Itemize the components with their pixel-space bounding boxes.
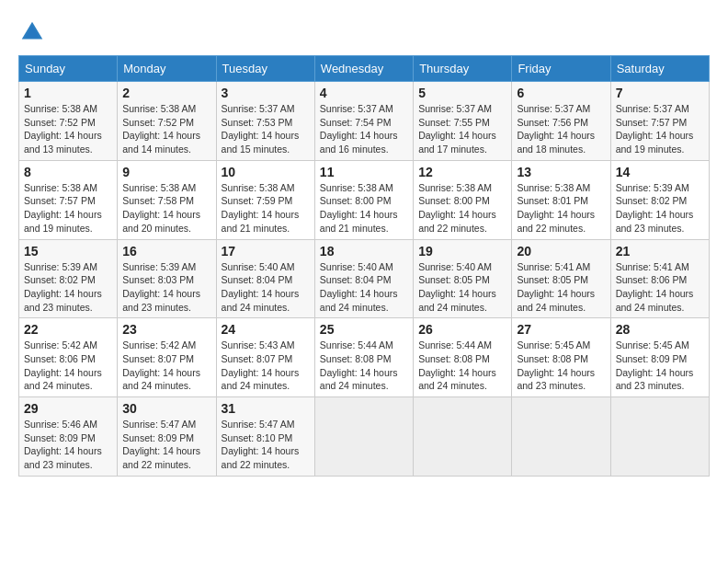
day-number-4: 4 xyxy=(320,86,408,100)
weekday-header-friday: Friday xyxy=(512,56,610,82)
day-info-5: Sunrise: 5:37 AM Sunset: 7:55 PM Dayligh… xyxy=(418,102,506,156)
day-cell-20: 20Sunrise: 5:41 AM Sunset: 8:05 PM Dayli… xyxy=(512,239,610,318)
day-cell-11: 11Sunrise: 5:38 AM Sunset: 8:00 PM Dayli… xyxy=(314,160,413,239)
day-cell-4: 4Sunrise: 5:37 AM Sunset: 7:54 PM Daylig… xyxy=(314,82,413,161)
day-cell-24: 24Sunrise: 5:43 AM Sunset: 8:07 PM Dayli… xyxy=(216,318,314,397)
weekday-header-saturday: Saturday xyxy=(610,56,709,82)
day-info-30: Sunrise: 5:47 AM Sunset: 8:09 PM Dayligh… xyxy=(122,418,210,472)
weekday-header-tuesday: Tuesday xyxy=(216,56,314,82)
day-number-8: 8 xyxy=(24,165,112,179)
page-header xyxy=(18,18,710,46)
day-info-16: Sunrise: 5:39 AM Sunset: 8:03 PM Dayligh… xyxy=(122,260,210,315)
day-info-6: Sunrise: 5:37 AM Sunset: 7:56 PM Dayligh… xyxy=(517,102,605,156)
day-cell-8: 8Sunrise: 5:38 AM Sunset: 7:57 PM Daylig… xyxy=(19,160,118,239)
day-cell-5: 5Sunrise: 5:37 AM Sunset: 7:55 PM Daylig… xyxy=(414,82,512,161)
day-number-27: 27 xyxy=(517,322,605,337)
week-row-5: 29Sunrise: 5:46 AM Sunset: 8:09 PM Dayli… xyxy=(19,397,710,477)
day-info-9: Sunrise: 5:38 AM Sunset: 7:58 PM Dayligh… xyxy=(122,181,210,236)
day-number-19: 19 xyxy=(418,244,506,259)
day-number-29: 29 xyxy=(24,401,112,416)
day-info-2: Sunrise: 5:38 AM Sunset: 7:52 PM Dayligh… xyxy=(122,102,210,156)
day-info-25: Sunrise: 5:44 AM Sunset: 8:08 PM Dayligh… xyxy=(320,339,408,393)
weekday-header-wednesday: Wednesday xyxy=(314,56,413,82)
day-number-16: 16 xyxy=(122,244,210,259)
day-cell-18: 18Sunrise: 5:40 AM Sunset: 8:04 PM Dayli… xyxy=(314,239,413,318)
day-info-1: Sunrise: 5:38 AM Sunset: 7:52 PM Dayligh… xyxy=(24,102,112,156)
day-cell-26: 26Sunrise: 5:44 AM Sunset: 8:08 PM Dayli… xyxy=(414,318,512,397)
day-number-18: 18 xyxy=(320,244,408,259)
day-cell-16: 16Sunrise: 5:39 AM Sunset: 8:03 PM Dayli… xyxy=(118,239,216,318)
day-number-11: 11 xyxy=(320,165,408,179)
calendar: SundayMondayTuesdayWednesdayThursdayFrid… xyxy=(18,55,710,477)
day-number-26: 26 xyxy=(418,322,506,337)
day-info-21: Sunrise: 5:41 AM Sunset: 8:06 PM Dayligh… xyxy=(616,260,704,315)
week-row-1: 1Sunrise: 5:38 AM Sunset: 7:52 PM Daylig… xyxy=(19,82,710,161)
day-cell-10: 10Sunrise: 5:38 AM Sunset: 7:59 PM Dayli… xyxy=(216,160,314,239)
day-number-5: 5 xyxy=(418,86,506,100)
day-number-21: 21 xyxy=(616,244,704,259)
day-cell-28: 28Sunrise: 5:45 AM Sunset: 8:09 PM Dayli… xyxy=(610,318,709,397)
day-cell-30: 30Sunrise: 5:47 AM Sunset: 8:09 PM Dayli… xyxy=(118,397,216,477)
day-cell-15: 15Sunrise: 5:39 AM Sunset: 8:02 PM Dayli… xyxy=(19,239,118,318)
logo xyxy=(18,18,50,46)
day-info-14: Sunrise: 5:39 AM Sunset: 8:02 PM Dayligh… xyxy=(616,181,704,236)
day-cell-21: 21Sunrise: 5:41 AM Sunset: 8:06 PM Dayli… xyxy=(610,239,709,318)
day-info-19: Sunrise: 5:40 AM Sunset: 8:05 PM Dayligh… xyxy=(418,260,506,315)
weekday-header-row: SundayMondayTuesdayWednesdayThursdayFrid… xyxy=(19,56,710,82)
day-cell-25: 25Sunrise: 5:44 AM Sunset: 8:08 PM Dayli… xyxy=(314,318,413,397)
day-number-13: 13 xyxy=(517,165,605,179)
day-info-15: Sunrise: 5:39 AM Sunset: 8:02 PM Dayligh… xyxy=(24,260,112,315)
day-number-28: 28 xyxy=(616,322,704,337)
weekday-header-monday: Monday xyxy=(118,56,216,82)
weekday-header-thursday: Thursday xyxy=(414,56,512,82)
day-info-12: Sunrise: 5:38 AM Sunset: 8:00 PM Dayligh… xyxy=(418,181,506,236)
day-number-7: 7 xyxy=(616,86,704,100)
day-number-14: 14 xyxy=(616,165,704,179)
day-info-22: Sunrise: 5:42 AM Sunset: 8:06 PM Dayligh… xyxy=(24,339,112,393)
day-number-23: 23 xyxy=(122,322,210,337)
day-info-13: Sunrise: 5:38 AM Sunset: 8:01 PM Dayligh… xyxy=(517,181,605,236)
day-number-24: 24 xyxy=(222,322,310,337)
day-cell-14: 14Sunrise: 5:39 AM Sunset: 8:02 PM Dayli… xyxy=(610,160,709,239)
day-number-3: 3 xyxy=(222,86,310,100)
day-info-10: Sunrise: 5:38 AM Sunset: 7:59 PM Dayligh… xyxy=(222,181,310,236)
day-cell-1: 1Sunrise: 5:38 AM Sunset: 7:52 PM Daylig… xyxy=(19,82,118,161)
day-cell-31: 31Sunrise: 5:47 AM Sunset: 8:10 PM Dayli… xyxy=(216,397,314,477)
logo-icon xyxy=(18,18,46,46)
day-cell-6: 6Sunrise: 5:37 AM Sunset: 7:56 PM Daylig… xyxy=(512,82,610,161)
empty-cell xyxy=(314,397,413,477)
day-info-7: Sunrise: 5:37 AM Sunset: 7:57 PM Dayligh… xyxy=(616,102,704,156)
day-info-31: Sunrise: 5:47 AM Sunset: 8:10 PM Dayligh… xyxy=(222,418,310,472)
day-info-23: Sunrise: 5:42 AM Sunset: 8:07 PM Dayligh… xyxy=(122,339,210,393)
day-cell-23: 23Sunrise: 5:42 AM Sunset: 8:07 PM Dayli… xyxy=(118,318,216,397)
day-info-4: Sunrise: 5:37 AM Sunset: 7:54 PM Dayligh… xyxy=(320,102,408,156)
day-info-26: Sunrise: 5:44 AM Sunset: 8:08 PM Dayligh… xyxy=(418,339,506,393)
day-number-6: 6 xyxy=(517,86,605,100)
day-cell-17: 17Sunrise: 5:40 AM Sunset: 8:04 PM Dayli… xyxy=(216,239,314,318)
day-number-25: 25 xyxy=(320,322,408,337)
day-number-1: 1 xyxy=(24,86,112,100)
day-cell-29: 29Sunrise: 5:46 AM Sunset: 8:09 PM Dayli… xyxy=(19,397,118,477)
day-cell-7: 7Sunrise: 5:37 AM Sunset: 7:57 PM Daylig… xyxy=(610,82,709,161)
day-number-20: 20 xyxy=(517,244,605,259)
day-number-10: 10 xyxy=(222,165,310,179)
day-info-3: Sunrise: 5:37 AM Sunset: 7:53 PM Dayligh… xyxy=(222,102,310,156)
day-cell-9: 9Sunrise: 5:38 AM Sunset: 7:58 PM Daylig… xyxy=(118,160,216,239)
weekday-header-sunday: Sunday xyxy=(19,56,118,82)
day-number-9: 9 xyxy=(122,165,210,179)
day-info-18: Sunrise: 5:40 AM Sunset: 8:04 PM Dayligh… xyxy=(320,260,408,315)
day-number-30: 30 xyxy=(122,401,210,416)
day-cell-19: 19Sunrise: 5:40 AM Sunset: 8:05 PM Dayli… xyxy=(414,239,512,318)
day-number-12: 12 xyxy=(418,165,506,179)
empty-cell xyxy=(512,397,610,477)
day-cell-3: 3Sunrise: 5:37 AM Sunset: 7:53 PM Daylig… xyxy=(216,82,314,161)
empty-cell xyxy=(414,397,512,477)
week-row-4: 22Sunrise: 5:42 AM Sunset: 8:06 PM Dayli… xyxy=(19,318,710,397)
day-info-24: Sunrise: 5:43 AM Sunset: 8:07 PM Dayligh… xyxy=(222,339,310,393)
day-info-11: Sunrise: 5:38 AM Sunset: 8:00 PM Dayligh… xyxy=(320,181,408,236)
day-cell-2: 2Sunrise: 5:38 AM Sunset: 7:52 PM Daylig… xyxy=(118,82,216,161)
day-cell-22: 22Sunrise: 5:42 AM Sunset: 8:06 PM Dayli… xyxy=(19,318,118,397)
day-number-15: 15 xyxy=(24,244,112,259)
day-cell-12: 12Sunrise: 5:38 AM Sunset: 8:00 PM Dayli… xyxy=(414,160,512,239)
day-info-8: Sunrise: 5:38 AM Sunset: 7:57 PM Dayligh… xyxy=(24,181,112,236)
